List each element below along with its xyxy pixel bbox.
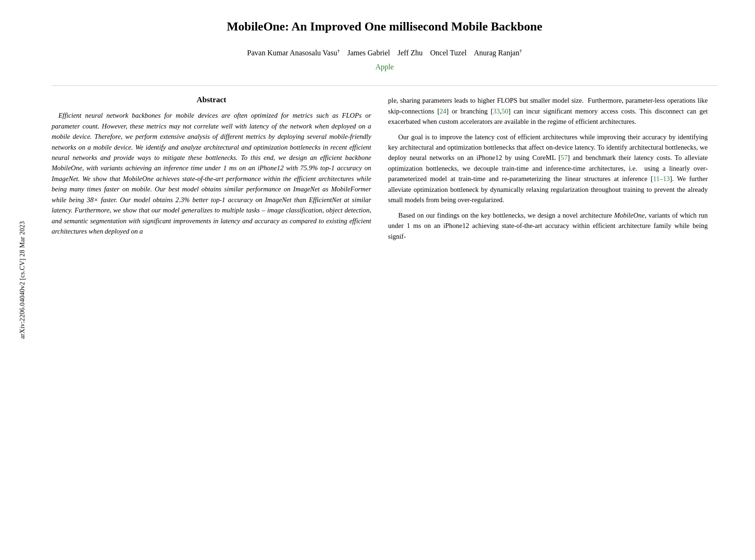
- paper-title: MobileOne: An Improved One millisecond M…: [52, 19, 717, 35]
- right-para-1: ple, sharing parameters leads to higher …: [388, 95, 708, 127]
- abstract-text: Efficient neural network backbones for m…: [52, 110, 371, 237]
- affiliation-line: Apple: [52, 63, 717, 71]
- authors-line: Pavan Kumar Anasosalu Vasu† James Gabrie…: [52, 48, 717, 57]
- header-section: MobileOne: An Improved One millisecond M…: [52, 19, 717, 71]
- ref-50[interactable]: 50: [502, 107, 509, 115]
- ref-33[interactable]: 33: [493, 107, 500, 115]
- arxiv-sidebar-text: arXiv:2206.04040v2 [cs.CV] 28 Mar 2023: [19, 221, 26, 339]
- body-text: ple, sharing parameters leads to higher …: [388, 95, 708, 242]
- ref-11-13[interactable]: 11–13: [653, 175, 670, 182]
- right-column: ple, sharing parameters leads to higher …: [388, 95, 708, 246]
- page-container: arXiv:2206.04040v2 [cs.CV] 28 Mar 2023 M…: [0, 0, 755, 560]
- right-para-3: Based on our findings on the key bottlen…: [388, 210, 708, 242]
- two-column-layout: Abstract Efficient neural network backbo…: [52, 95, 717, 246]
- abstract-title: Abstract: [52, 95, 371, 105]
- ref-57[interactable]: 57: [561, 154, 568, 161]
- right-para-2: Our goal is to improve the latency cost …: [388, 132, 708, 205]
- ref-24[interactable]: 24: [440, 107, 447, 115]
- left-column: Abstract Efficient neural network backbo…: [52, 95, 371, 246]
